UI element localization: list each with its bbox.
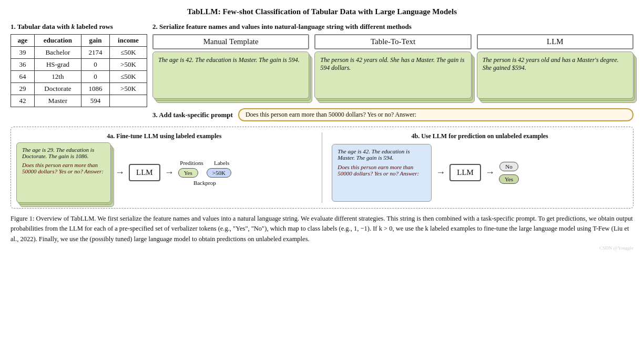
data-table: age education gain income 39Bachelor2174… <box>11 34 147 107</box>
labels-label: Labels <box>214 160 229 166</box>
table-cell: 39 <box>11 47 35 59</box>
llm-box-4a: LLM <box>129 164 160 181</box>
figure-caption: Figure 1: Overview of TabLLM. We first s… <box>11 214 633 244</box>
method-t2t: Table-To-Text The person is 42 years old… <box>314 34 471 104</box>
table-cell: 0 <box>81 71 110 83</box>
finetune-area: 4a. Fine-tune LLM using labeled examples… <box>16 132 312 203</box>
table-cell <box>109 95 147 107</box>
table-cell: HS-grad <box>34 59 81 71</box>
table-cell: ≤50K <box>109 71 147 83</box>
serialize-section: 2. Serialize feature names and values in… <box>152 23 633 121</box>
card-front-llm: The person is 42 years old and has a Mas… <box>477 51 633 99</box>
table-cell: 42 <box>11 95 35 107</box>
pred-labels-row: Preditions Labels <box>180 160 229 166</box>
table-section: 1. Tabular data with k labeled rows age … <box>11 23 147 121</box>
col-header-gain: gain <box>81 35 110 47</box>
table-cell: >50K <box>109 83 147 95</box>
llm-box-4b: LLM <box>449 164 481 181</box>
section2-label: 2. Serialize feature names and values in… <box>152 23 633 31</box>
table-cell: Bachelor <box>34 47 81 59</box>
arrow-from-llm-4a: → <box>165 167 174 178</box>
card-front-t2t: The person is 42 years old. She has a Ma… <box>314 51 471 99</box>
section3-label: 3. Add task-specific prompt <box>152 111 233 119</box>
bottom-wrapper: 4a. Fine-tune LLM using labeled examples… <box>11 127 633 209</box>
card-stack-t2t: The person is 42 years old. She has a Ma… <box>314 51 471 104</box>
yes-oval: Yes <box>178 168 198 178</box>
watermark: CSDN @Yonggle <box>11 245 633 251</box>
method-t2t-title: Table-To-Text <box>314 34 471 49</box>
col-header-education: education <box>34 35 81 47</box>
table-cell: ≤50K <box>109 47 147 59</box>
ft-card-front: The age is 29. The education is Doctorat… <box>16 142 111 203</box>
page-container: TabLLM: Few-shot Classification of Tabul… <box>11 7 633 251</box>
top-section: 1. Tabular data with k labeled rows age … <box>11 23 633 121</box>
section4b-label: 4b. Use LLM for prediction on unlabeled … <box>332 132 628 140</box>
method-manual: Manual Template The age is 42. The educa… <box>152 34 309 104</box>
predict-card-prompt: Does this person earn more than 50000 do… <box>338 164 426 177</box>
predict-area: 4b. Use LLM for prediction on unlabeled … <box>332 132 628 203</box>
table-cell: 594 <box>81 95 110 107</box>
finetune-card-stack: The age is 29. The education is Doctorat… <box>16 142 111 203</box>
yes-oval-4b: Yes <box>499 174 519 184</box>
ft-card-main-text: The age is 29. The education is Doctorat… <box>22 147 94 159</box>
main-title: TabLLM: Few-shot Classification of Tabul… <box>11 7 633 16</box>
no-oval: No <box>499 162 518 171</box>
predict-card-main: The age is 42. The education is Master. … <box>338 148 426 161</box>
table-cell: 36 <box>11 59 35 71</box>
arrow-to-llm-4a: → <box>115 167 125 178</box>
predict-right: No Yes <box>499 162 519 184</box>
card-stack-llm: The person is 42 years old and has a Mas… <box>477 51 633 104</box>
table-cell: 12th <box>34 71 81 83</box>
table-cell: 64 <box>11 71 35 83</box>
col-header-age: age <box>11 35 35 47</box>
gt-oval: >50K <box>207 168 231 178</box>
table-cell: Doctorate <box>34 83 81 95</box>
bottom-section: 4a. Fine-tune LLM using labeled examples… <box>11 127 633 209</box>
predictions-label: Preditions <box>180 160 203 166</box>
card-stack-manual: The age is 42. The education is Master. … <box>152 51 309 104</box>
method-manual-title: Manual Template <box>152 34 309 49</box>
methods-row: Manual Template The age is 42. The educa… <box>152 34 633 104</box>
backprop-label: Backprop <box>193 180 216 186</box>
table-cell: 2174 <box>81 47 110 59</box>
predict-panel: The age is 42. The education is Master. … <box>332 142 628 203</box>
vert-divider <box>322 132 323 203</box>
table-cell: 0 <box>81 59 110 71</box>
method-llm: LLM The person is 42 years old and has a… <box>477 34 633 104</box>
finetune-right: Preditions Labels Yes >50K Backprop <box>178 160 231 186</box>
table-cell: 1086 <box>81 83 110 95</box>
table-cell: 29 <box>11 83 35 95</box>
arrow-from-llm-4b: → <box>485 167 495 178</box>
pred-vals-row: Yes >50K <box>178 168 231 178</box>
table-cell: Master <box>34 95 81 107</box>
predict-card: The age is 42. The education is Master. … <box>332 144 432 202</box>
table-cell: >50K <box>109 59 147 71</box>
section4a-label: 4a. Fine-tune LLM using labeled examples <box>16 132 312 140</box>
arrow-to-llm-4b: → <box>436 167 445 178</box>
finetune-panel: The age is 29. The education is Doctorat… <box>16 142 312 203</box>
task-prompt-box: Does this person earn more than 50000 do… <box>238 108 633 121</box>
section1-label: 1. Tabular data with k labeled rows <box>11 23 147 31</box>
card-front-manual: The age is 42. The education is Master. … <box>152 51 309 99</box>
task-prompt-row: 3. Add task-specific prompt Does this pe… <box>152 108 633 121</box>
method-llm-title: LLM <box>477 34 633 49</box>
col-header-income: income <box>109 35 147 47</box>
ft-card-prompt-text: Does this person earn more than 50000 do… <box>22 162 105 174</box>
